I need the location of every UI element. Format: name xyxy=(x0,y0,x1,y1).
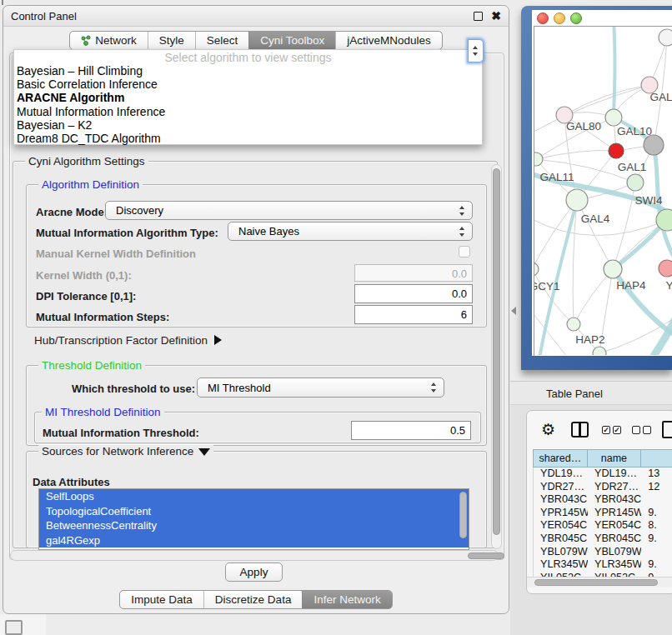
attribute-item-selfloops[interactable]: SelfLoops xyxy=(39,489,469,504)
kernel-width-label: Kernel Width (0,1): xyxy=(36,269,132,282)
select-all-icon[interactable]: ✓✓ xyxy=(602,426,621,434)
table-horizontal-scrollbar[interactable] xyxy=(527,577,672,588)
table-cell: YDL19… xyxy=(534,468,588,481)
network-node[interactable] xyxy=(605,109,622,126)
mi-steps-field[interactable]: 6 xyxy=(354,305,473,324)
tab-jactivemnodules[interactable]: jActiveMNodules xyxy=(335,32,442,49)
settings-horizontal-scrollbar[interactable] xyxy=(10,550,499,561)
gear-icon[interactable]: ⚙ xyxy=(541,420,555,439)
dpi-tolerance-label: DPI Tolerance [0,1]: xyxy=(36,290,136,302)
table-cell xyxy=(641,493,672,507)
close-icon[interactable]: ✖ xyxy=(491,9,501,22)
network-edge[interactable] xyxy=(534,200,577,269)
network-node[interactable] xyxy=(659,260,672,277)
table-row[interactable]: YDL19…YDL19…13 xyxy=(534,468,672,481)
new-table-icon[interactable] xyxy=(662,421,672,438)
settings-horizontal-thumb[interactable] xyxy=(468,552,504,559)
column-header-shared[interactable]: shared… xyxy=(533,449,588,468)
table-cell: YLR345W xyxy=(588,558,641,572)
network-node[interactable] xyxy=(593,347,606,355)
tab-network[interactable]: Network xyxy=(70,32,148,49)
table-row[interactable]: YBL079WYBL079W xyxy=(534,546,672,559)
panel-splitter-collapse-icon[interactable] xyxy=(511,307,516,315)
node-label-gal: GAL xyxy=(649,91,672,103)
cyni-settings-group-title: Cyni Algorithm Settings xyxy=(25,155,148,168)
network-edge[interactable] xyxy=(574,269,613,324)
data-attributes-list[interactable]: SelfLoopsTopologicalCoefficientBetweenne… xyxy=(38,488,469,550)
network-node[interactable] xyxy=(534,152,543,166)
apply-button[interactable]: Apply xyxy=(225,562,283,582)
table-row[interactable]: YBR045CYBR045C9. xyxy=(534,532,672,546)
bottom-left-mini-button[interactable] xyxy=(5,620,23,635)
algorithm-option-bayesian-k2[interactable]: Bayesian – K2 xyxy=(14,118,482,132)
mi-algorithm-type-select[interactable]: Naive Bayes xyxy=(228,222,473,241)
table-row[interactable]: YPR145WYPR145W9. xyxy=(534,507,672,520)
which-threshold-value: MI Threshold xyxy=(208,382,271,394)
tab-label: Cyni Toolbox xyxy=(260,34,324,47)
algorithm-option-bayesian-hill-climbing[interactable]: Bayesian – Hill Climbing xyxy=(14,64,482,78)
split-columns-icon[interactable] xyxy=(571,422,589,438)
float-window-icon[interactable] xyxy=(474,12,483,21)
network-edge-thick[interactable] xyxy=(614,27,615,114)
which-threshold-select[interactable]: MI Threshold xyxy=(197,378,444,398)
kernel-width-field[interactable]: 0.0 xyxy=(354,264,473,282)
network-canvas[interactable]: GALGAL80GAL10GAL1GAL11SWI4GAL4GCY1HAP4YH… xyxy=(534,26,672,356)
tab-infer-network[interactable]: Infer Network xyxy=(302,591,391,608)
network-graph: GALGAL80GAL10GAL1GAL11SWI4GAL4GCY1HAP4YH… xyxy=(534,27,672,355)
aracne-mode-label: Aracne Mode: xyxy=(36,206,108,218)
network-node[interactable] xyxy=(659,29,672,46)
tab-style[interactable]: Style xyxy=(148,32,195,49)
algorithm-option-mutual-information-inference[interactable]: Mutual Information Inference xyxy=(14,105,482,118)
aracne-mode-select[interactable]: Discovery xyxy=(105,201,473,220)
table-cell: YBR043C xyxy=(588,493,641,507)
algorithm-option-aracne-algorithm[interactable]: ARACNE Algorithm xyxy=(14,91,482,104)
attribute-item-betweennesscentrality[interactable]: BetweennessCentrality xyxy=(39,518,469,533)
zoom-window-icon[interactable] xyxy=(570,12,582,24)
table-row[interactable]: YER054CYER054C8. xyxy=(534,519,672,532)
algorithm-option-dream8-dc-tdc-algorithm[interactable]: Dream8 DC_TDC Algorithm xyxy=(14,132,482,145)
table-cell: YDR27… xyxy=(588,481,641,494)
deselect-all-icon[interactable] xyxy=(632,426,651,434)
minimize-window-icon[interactable] xyxy=(554,12,565,24)
manual-kernel-checkbox[interactable] xyxy=(459,246,470,258)
network-node[interactable] xyxy=(534,262,539,276)
network-node[interactable] xyxy=(604,260,622,278)
table-row[interactable]: YBR043CYBR043C xyxy=(534,493,672,507)
mi-threshold-group-title: MI Threshold Definition xyxy=(42,406,164,418)
dpi-tolerance-field[interactable]: 0.0 xyxy=(354,284,473,303)
settings-scrollbar-thumb[interactable] xyxy=(493,168,500,535)
node-table: shared…name YDL19…YDL19…13YDR27…YDR27…12… xyxy=(533,449,672,577)
network-node[interactable] xyxy=(566,189,588,211)
tab-cyni-toolbox[interactable]: Cyni Toolbox xyxy=(248,32,335,49)
network-node[interactable] xyxy=(644,135,664,155)
network-node[interactable] xyxy=(627,174,644,191)
table-row[interactable]: YDR27…YDR27…12 xyxy=(534,481,672,494)
network-edge-thick[interactable] xyxy=(539,200,577,355)
close-window-icon[interactable] xyxy=(537,12,549,24)
table-row[interactable]: YLR345WYLR345W9. xyxy=(534,558,672,572)
tab-select[interactable]: Select xyxy=(195,32,249,49)
mi-threshold-field[interactable]: 0.5 xyxy=(351,421,471,440)
sources-group-toggle[interactable]: Sources for Network Inference xyxy=(38,445,213,458)
network-window-inner: GALGAL80GAL10GAL1GAL11SWI4GAL4GCY1HAP4YH… xyxy=(532,10,672,356)
tab-discretize-data[interactable]: Discretize Data xyxy=(203,591,303,608)
table-horizontal-thumb[interactable] xyxy=(534,579,658,586)
attribute-item-topologicalcoefficient[interactable]: TopologicalCoefficient xyxy=(39,504,469,519)
list-scrollbar[interactable] xyxy=(459,492,467,538)
inference-algorithm-combobox-fragment[interactable] xyxy=(468,39,484,62)
settings-scrollbar[interactable] xyxy=(491,164,502,549)
network-node[interactable] xyxy=(609,143,624,158)
cyni-mode-tabs: Impute DataDiscretize DataInfer Network xyxy=(3,590,509,609)
expanded-arrow-icon xyxy=(198,448,210,456)
hub-definition-toggle[interactable]: Hub/Transcription Factor Definition xyxy=(34,334,222,347)
column-header-cut[interactable] xyxy=(641,449,672,468)
algorithm-option-basic-correlation-inference[interactable]: Basic Correlation Inference xyxy=(14,78,482,91)
table-cell: 9. xyxy=(641,532,672,546)
node-label-gcy1: GCY1 xyxy=(534,280,559,292)
manual-kernel-label: Manual Kernel Width Definition xyxy=(36,248,196,260)
node-label-gal1: GAL1 xyxy=(618,161,647,173)
column-header-name[interactable]: name xyxy=(588,449,642,468)
network-node[interactable] xyxy=(567,318,580,331)
tab-impute-data[interactable]: Impute Data xyxy=(120,591,203,608)
attribute-item-gal4rgexp[interactable]: gal4RGexp xyxy=(39,533,469,548)
